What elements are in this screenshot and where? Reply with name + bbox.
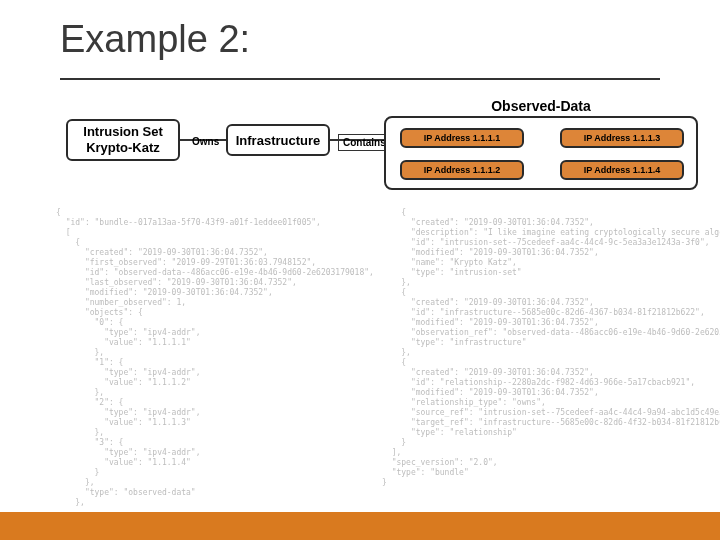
title-underline [60,78,660,80]
footer-bar [0,512,720,540]
ip-address-box: IP Address 1.1.1.1 [400,128,524,148]
infrastructure-box: Infrastructure [226,124,330,156]
slide-title: Example 2: [60,18,250,61]
rel-label-owns: Owns [192,136,219,147]
observed-data-box: Observed-Data IP Address 1.1.1.1 IP Addr… [384,116,698,190]
rel-label-contains: Contains [338,134,391,151]
slide: Example 2: Intrusion Set Krypto-Katz Own… [0,0,720,540]
ip-address-box: IP Address 1.1.1.4 [560,160,684,180]
observed-data-label: Observed-Data [386,98,696,114]
json-code-right: { "created": "2019-09-30T01:36:04.7352",… [382,208,702,488]
intrusion-set-box: Intrusion Set Krypto-Katz [66,119,180,161]
intrusion-set-label-1: Intrusion Set [83,124,162,140]
ip-address-box: IP Address 1.1.1.2 [400,160,524,180]
ip-address-box: IP Address 1.1.1.3 [560,128,684,148]
infrastructure-label: Infrastructure [236,133,321,148]
json-code-left: { "id": "bundle--017a13aa-5f70-43f9-a01f… [56,208,386,508]
intrusion-set-label-2: Krypto-Katz [86,140,160,156]
